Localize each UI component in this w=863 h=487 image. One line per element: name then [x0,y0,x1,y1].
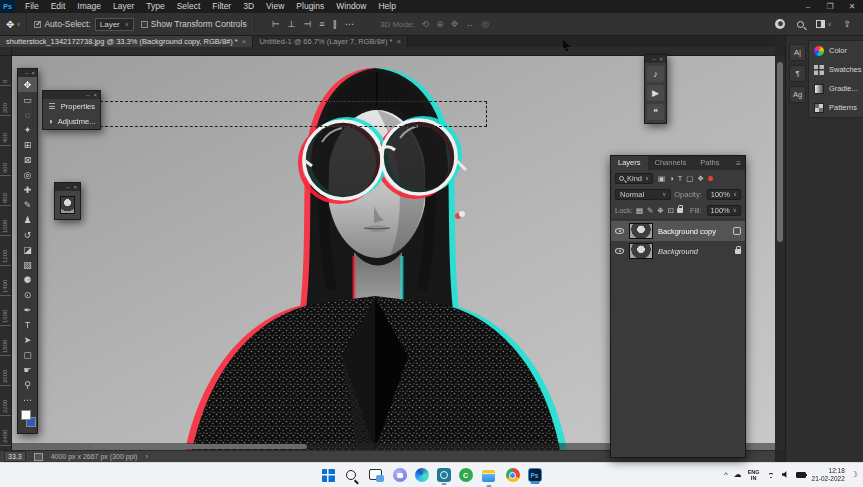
character-panel-icon[interactable]: A| [789,44,806,61]
menu-item[interactable]: Select [171,0,207,13]
collapse-icon[interactable]: – [25,70,28,76]
history-brush-tool[interactable]: ↺ [18,227,37,242]
selection-marquee[interactable] [100,101,487,127]
workspace-switcher[interactable]: ∨ [816,20,831,28]
collapse-icon[interactable]: – [66,184,69,190]
layer-thumbnail[interactable] [629,223,653,239]
comments-panel-icon[interactable]: ❝ [647,104,664,120]
collapse-icon[interactable]: – [86,92,89,98]
collapse-icon[interactable]: – [652,56,655,62]
explorer-icon[interactable] [481,467,498,484]
start-icon[interactable] [322,469,335,482]
vertical-scrollbar[interactable] [775,56,785,450]
auto-select-target-dropdown[interactable]: Layer ∨ [95,18,134,31]
paragraph-panel-icon[interactable]: ¶ [789,65,806,82]
opacity-input[interactable]: 100% ∨ [707,189,741,200]
color-panel-button[interactable]: Color [809,41,863,60]
lock-artboard-icon[interactable]: ⊡ [668,206,674,215]
menu-item[interactable]: 3D [237,0,260,13]
search-icon-taskbar[interactable] [343,467,360,484]
hand-tool[interactable]: ☛ [18,362,37,377]
filter-pixel-layers-icon[interactable]: ▣ [658,174,665,183]
Background copy[interactable]: Background copy [611,221,745,241]
channels-tab[interactable]: Channels [648,156,694,170]
chevron-right-icon[interactable]: › [145,453,147,460]
close-icon[interactable]: × [73,184,77,190]
lock-transparency-icon[interactable]: ▦ [636,206,643,215]
properties-panel-button[interactable]: ☰ Properties [43,99,100,114]
close-icon[interactable]: × [93,92,97,98]
fill-input[interactable]: 100% ∨ [707,205,741,216]
battery-icon[interactable] [796,472,806,478]
actions-panel-icon[interactable]: ▶ [647,85,664,101]
distribute-horizontal-icon[interactable]: ∥ [332,19,337,29]
crop-tool[interactable]: ⊞ [18,137,37,152]
shape-tool[interactable]: ▢ [18,347,37,362]
image-thumbnail[interactable] [60,196,75,214]
menu-item[interactable]: Image [71,0,107,13]
align-left-icon[interactable]: ⊢ [272,19,280,29]
share-icon[interactable]: ⇪ [843,19,851,29]
pen-tool[interactable]: ✒ [18,302,37,317]
zoom-level-field[interactable]: 33.3 [4,451,26,462]
auto-select-checkbox[interactable] [34,21,41,28]
brush-tool[interactable]: ✎ [18,197,37,212]
menu-item[interactable]: Type [140,0,170,13]
menu-item[interactable]: Help [372,0,401,13]
language-indicator[interactable]: ENG IN [748,469,760,481]
filter-smart-objects-icon[interactable]: ❖ [697,174,704,183]
swatches-panel-button[interactable]: Swatches [809,60,863,79]
adjustments-panel-button[interactable]: ◑ Adjustme... [43,114,100,129]
visibility-eye-icon[interactable] [615,228,624,234]
current-tool-preset[interactable]: ✥ ∨ [0,13,27,35]
lock-paint-icon[interactable]: ✎ [647,206,653,215]
marquee-tool[interactable]: ▭ [18,92,37,107]
close-icon[interactable]: × [659,56,663,62]
menu-item[interactable]: Filter [206,0,237,13]
filter-toggle-icon[interactable] [708,176,713,181]
foreground-color-swatch[interactable] [21,410,31,420]
align-right-icon[interactable]: ⊣ [303,19,311,29]
close-icon[interactable]: × [31,70,35,76]
close-icon[interactable]: × [242,37,247,46]
frame-tool[interactable]: ⊠ [18,152,37,167]
task-view-icon[interactable] [368,467,385,484]
wifi-icon[interactable] [766,471,776,478]
zoom-tool[interactable]: ⚲ [18,377,37,392]
menu-item[interactable]: Plugins [290,0,330,13]
clone-stamp-tool[interactable]: ♟ [18,212,37,227]
visibility-eye-icon[interactable] [615,248,624,254]
gradient-tool[interactable]: ▧ [18,257,37,272]
more-align-options-icon[interactable]: ⋯ [345,19,354,29]
gradients-panel-button[interactable]: Gradie... [809,79,863,98]
move-tool[interactable]: ✥ [18,77,37,92]
lock-position-icon[interactable]: ✥ [657,206,663,215]
healing-brush-tool[interactable]: ✚ [18,182,37,197]
account-icon[interactable]: ☻ [775,19,785,29]
timeline-panel-icon[interactable]: ♪ [647,66,664,82]
object-selection-tool[interactable]: ✦ [18,122,37,137]
scrollbar-thumb[interactable] [777,62,783,242]
blur-tool[interactable]: ⚈ [18,272,37,287]
eraser-tool[interactable]: ◪ [18,242,37,257]
tab-untitled[interactable]: Untitled-1 @ 66.7% (Layer 7, RGB/8#) * × [253,36,408,47]
tab-shutterstock[interactable]: shutterstock_1342172738.jpg @ 33.3% (Bac… [0,36,253,47]
tray-chevron-icon[interactable]: ^ [724,470,728,479]
menu-item[interactable]: Edit [45,0,72,13]
Background[interactable]: Background [611,241,745,261]
do-not-disturb-moon-icon[interactable]: ☽ [851,470,858,479]
close-button[interactable]: ✕ [841,0,863,13]
menu-item[interactable]: Window [330,0,372,13]
menu-item[interactable]: Layer [107,0,140,13]
distribute-vertical-icon[interactable]: ≡ [319,19,324,29]
dodge-tool[interactable]: ⊙ [18,287,37,302]
edge-icon[interactable] [415,468,429,482]
path-select-tool[interactable]: ➤ [18,332,37,347]
restore-button[interactable]: ❐ [819,0,841,13]
teal-app-icon[interactable] [437,468,451,482]
show-transform-checkbox[interactable] [141,21,148,28]
search-icon[interactable] [797,21,804,28]
close-icon[interactable]: × [397,37,402,46]
lock-all-icon[interactable] [677,208,683,213]
chrome-icon[interactable] [506,468,520,482]
